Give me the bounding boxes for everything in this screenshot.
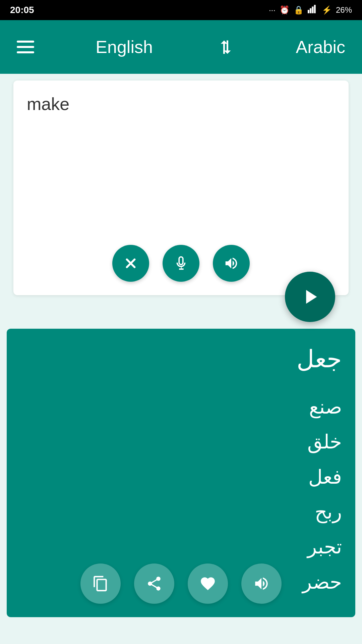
menu-button[interactable] <box>17 41 34 53</box>
alt-translation-3: فعل <box>20 460 342 494</box>
favorite-button[interactable] <box>188 564 228 604</box>
toolbar: English Arabic <box>0 20 362 74</box>
svg-rect-1 <box>310 8 311 13</box>
swap-languages-button[interactable] <box>213 37 236 57</box>
battery-charging-icon: ⚡ <box>322 5 332 15</box>
input-area: make <box>13 80 349 295</box>
alt-translation-1: صنع <box>20 389 342 424</box>
input-action-buttons <box>112 245 250 282</box>
svg-rect-0 <box>308 10 309 13</box>
translate-button-container <box>285 272 335 322</box>
microphone-button[interactable] <box>163 245 199 282</box>
clear-button[interactable] <box>112 245 149 282</box>
battery-level: 26% <box>336 5 352 15</box>
svg-rect-3 <box>314 5 316 13</box>
target-language-selector[interactable]: Arabic <box>296 37 345 57</box>
signal-icon <box>308 5 318 15</box>
source-text-input[interactable]: make <box>27 94 335 244</box>
alarm-icon: ⏰ <box>280 5 290 15</box>
svg-rect-2 <box>312 7 313 13</box>
output-area: جعل صنع خلق فعل ربح تجبر حضر <box>7 329 355 617</box>
status-icons: ··· ⏰ 🔒 ⚡ 26% <box>269 5 352 15</box>
translate-button[interactable] <box>285 272 335 322</box>
primary-translation: جعل <box>20 342 342 376</box>
status-bar: 20:05 ··· ⏰ 🔒 ⚡ 26% <box>0 0 362 20</box>
translation-result: جعل صنع خلق فعل ربح تجبر حضر <box>20 342 342 599</box>
output-action-buttons <box>80 564 282 604</box>
alt-translation-4: ربح <box>20 494 342 529</box>
lock-icon: 🔒 <box>294 5 304 15</box>
more-icon: ··· <box>269 5 276 15</box>
status-time: 20:05 <box>10 5 34 15</box>
alt-translation-2: خلق <box>20 424 342 459</box>
alt-translation-5: تجبر <box>20 529 342 564</box>
copy-button[interactable] <box>80 564 121 604</box>
speak-translation-button[interactable] <box>241 564 282 604</box>
speak-source-button[interactable] <box>213 245 250 282</box>
share-button[interactable] <box>134 564 174 604</box>
source-language-selector[interactable]: English <box>96 37 153 57</box>
